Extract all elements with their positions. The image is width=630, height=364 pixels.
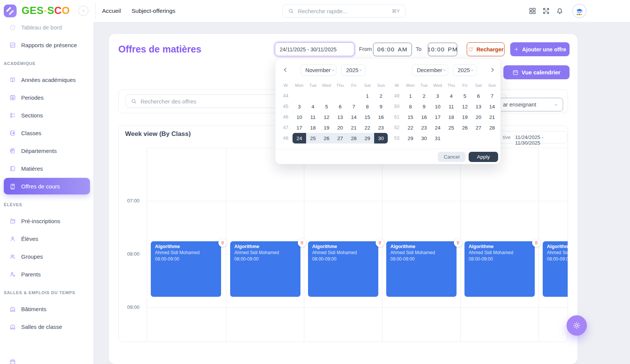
calendar-day[interactable]: 5 <box>458 91 472 101</box>
calendar-day[interactable]: 4 <box>306 101 320 112</box>
calendar-event[interactable]: AlgorithmeAhmed Sidi Mohamed08:00-09:00 <box>151 241 221 297</box>
sidebar-item-periodes[interactable]: Periodes <box>4 89 90 106</box>
calendar-day[interactable]: 24 <box>431 122 444 133</box>
calendar-day[interactable]: 20 <box>472 112 485 122</box>
global-search-input[interactable]: Recherche rapide... ⌘Y <box>282 4 406 18</box>
sidebar-item-pre-inscriptions[interactable]: Pré-inscriptions <box>4 213 90 229</box>
add-offer-button[interactable]: Ajouter une offre <box>510 42 570 56</box>
to-time-input[interactable]: 10:00PM <box>428 43 457 56</box>
sidebar-item-batiments[interactable]: Bâtiments <box>4 301 90 317</box>
calendar-day[interactable]: 21 <box>485 112 499 122</box>
calendar-day[interactable]: 21 <box>347 122 361 133</box>
calendar-day[interactable]: 22 <box>361 122 374 133</box>
calendar-day[interactable]: 27 <box>472 122 485 133</box>
apps-grid-button[interactable] <box>528 7 537 15</box>
left-year-select[interactable]: 2025 <box>341 64 365 76</box>
sidebar-item-timetable-icon[interactable] <box>4 353 90 364</box>
calendar-day[interactable]: 9 <box>374 101 388 112</box>
calendar-day[interactable]: 13 <box>333 112 347 122</box>
calendar-day[interactable]: 29 <box>404 133 417 143</box>
apply-button[interactable]: Apply <box>469 152 498 162</box>
calendar-day[interactable]: 15 <box>404 112 417 122</box>
sidebar-item-parents[interactable]: Parents <box>4 266 90 282</box>
prev-month-button[interactable] <box>281 66 289 74</box>
fullscreen-button[interactable] <box>542 7 550 15</box>
sidebar-item-departements[interactable]: Départements <box>4 142 90 159</box>
calendar-day[interactable]: 25 <box>444 122 458 133</box>
calendar-day[interactable]: 23 <box>374 122 388 133</box>
sidebar-item-offres-de-cours[interactable]: Offres de cours <box>4 178 90 194</box>
delete-event-button[interactable] <box>298 239 306 247</box>
sidebar-item-matieres[interactable]: Matières <box>4 160 90 177</box>
calendar-day[interactable]: 17 <box>293 122 306 133</box>
delete-event-button[interactable] <box>376 239 384 247</box>
calendar-day[interactable]: 23 <box>417 122 431 133</box>
calendar-day[interactable]: 7 <box>347 101 361 112</box>
sidebar-item-eleves[interactable]: Élèves <box>4 230 90 247</box>
sidebar-item-classes[interactable]: Classes <box>4 125 90 141</box>
right-year-select[interactable]: 2025 <box>453 64 477 76</box>
calendar-day[interactable]: 18 <box>306 122 320 133</box>
next-month-button[interactable] <box>488 66 497 74</box>
settings-fab[interactable] <box>567 315 587 336</box>
reload-button[interactable]: Recharger <box>467 42 505 56</box>
notifications-button[interactable] <box>556 7 564 15</box>
calendar-event[interactable]: AlgorithmeAhmed Sidi Mohamed08:00-09:00 <box>464 241 535 297</box>
left-month-select[interactable]: November <box>300 64 336 76</box>
calendar-day[interactable]: 11 <box>444 101 458 112</box>
calendar-day[interactable]: 19 <box>320 122 333 133</box>
calendar-day[interactable]: 8 <box>404 101 417 112</box>
calendar-day[interactable]: 9 <box>417 101 431 112</box>
sidebar-item-annees-academiques[interactable]: Années académiques <box>4 71 90 88</box>
calendar-day[interactable]: 1 <box>361 91 374 101</box>
sidebar-item-salles-de-classe[interactable]: Salles de classe <box>4 318 90 335</box>
calendar-day[interactable]: 28 <box>347 133 361 143</box>
calendar-day[interactable]: 3 <box>431 91 444 101</box>
calendar-day[interactable]: 26 <box>458 122 472 133</box>
calendar-event[interactable]: AlgorithmeAhmed Sidi Mohamed08:00-09:00 <box>386 241 457 297</box>
calendar-event[interactable]: AlgorithmeAhmed Sidi Mohamed08:00-09:00 <box>230 241 300 297</box>
calendar-day[interactable]: 5 <box>320 101 333 112</box>
calendar-day[interactable]: 15 <box>361 112 374 122</box>
calendar-day[interactable]: 29 <box>361 133 374 143</box>
right-month-select[interactable]: December <box>412 64 448 76</box>
calendar-day[interactable]: 12 <box>458 101 472 112</box>
calendar-day[interactable]: 27 <box>333 133 347 143</box>
calendar-day[interactable]: 24 <box>293 133 306 143</box>
calendar-day[interactable]: 26 <box>320 133 333 143</box>
from-time-input[interactable]: 06:00AM <box>373 43 412 56</box>
calendar-day[interactable]: 16 <box>374 112 388 122</box>
calendar-day[interactable]: 14 <box>347 112 361 122</box>
user-avatar[interactable] <box>572 4 587 18</box>
calendar-day[interactable]: 28 <box>485 122 499 133</box>
calendar-view-button[interactable]: Vue calendrier <box>503 65 570 79</box>
calendar-day[interactable]: 2 <box>417 91 431 101</box>
calendar-day[interactable]: 22 <box>404 122 417 133</box>
calendar-day[interactable]: 30 <box>374 133 388 143</box>
sidebar-collapse-button[interactable] <box>78 6 88 16</box>
date-range-input[interactable]: 24/11/2025 - 30/11/2025 <box>275 42 354 56</box>
sidebar-item-sections[interactable]: Sections <box>4 107 90 123</box>
calendar-day[interactable]: 1 <box>404 91 417 101</box>
calendar-day[interactable]: 6 <box>472 91 485 101</box>
calendar-day[interactable]: 12 <box>320 112 333 122</box>
calendar-day[interactable]: 8 <box>361 101 374 112</box>
calendar-event[interactable]: AlgorithmeAhmed Sidi Mohamed08:00-09:00 <box>308 241 378 297</box>
calendar-day[interactable]: 14 <box>485 101 499 112</box>
calendar-day[interactable]: 17 <box>431 112 444 122</box>
calendar-day[interactable]: 25 <box>306 133 320 143</box>
nav-link-subject-offerings[interactable]: Subject-offerings <box>132 8 175 14</box>
delete-event-button[interactable] <box>532 239 540 247</box>
cancel-button[interactable]: Cancel <box>438 152 466 162</box>
calendar-day[interactable]: 11 <box>306 112 320 122</box>
calendar-event[interactable]: AlgorithmeAhmed Sidi Mohamed08:00-09:00 <box>543 241 568 297</box>
calendar-day[interactable]: 13 <box>472 101 485 112</box>
delete-event-button[interactable] <box>218 239 227 247</box>
calendar-day[interactable]: 16 <box>417 112 431 122</box>
calendar-day[interactable]: 18 <box>444 112 458 122</box>
sidebar-item-tableau-de-bord[interactable]: Tableau de bord <box>4 22 90 35</box>
calendar-day[interactable]: 30 <box>417 133 431 143</box>
calendar-day[interactable]: 19 <box>458 112 472 122</box>
calendar-day[interactable]: 10 <box>431 101 444 112</box>
nav-link-accueil[interactable]: Accueil <box>102 8 121 14</box>
